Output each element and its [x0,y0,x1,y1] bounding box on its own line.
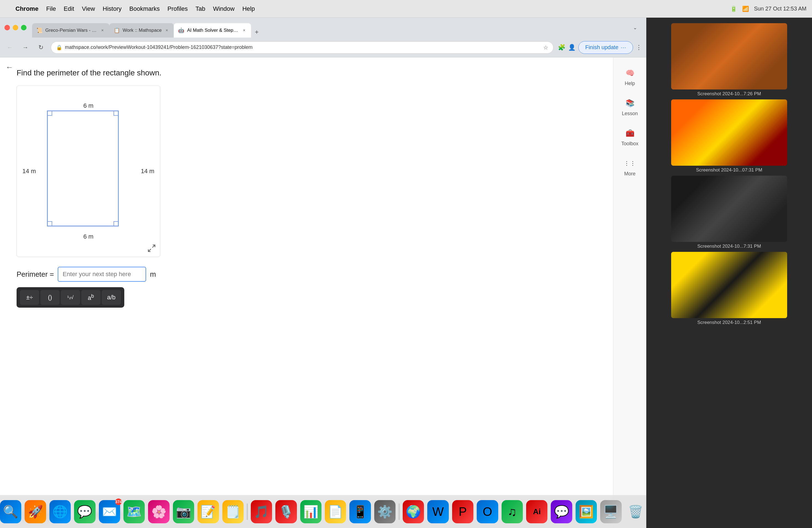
tab-greco[interactable]: 📜 Greco-Persian Wars - Ionian ... ✕ [32,23,110,38]
dock-maps[interactable]: 🗺️ [124,500,145,523]
profile-icon[interactable]: 👤 [568,44,576,51]
dock-mail[interactable]: ✉️ 374 [99,500,120,523]
minimize-button[interactable] [13,25,18,30]
dock-podcasts[interactable]: 🎙️ [275,500,296,523]
math-key-power[interactable]: ab [81,290,101,305]
input-row: Perimeter = m [17,267,602,282]
screenshot-4[interactable]: Screenshot 2024-10...2:51 PM [671,252,787,325]
corner-tr [114,111,118,116]
dock-photos[interactable]: 🌸 [148,500,169,523]
trash-icon: 🗑️ [628,504,643,519]
sidebar-item-toolbox[interactable]: 🧰 Toolbox [616,123,644,150]
tab-close-2[interactable]: ✕ [164,28,169,33]
tab-title-3: AI Math Solver & Step-by-St... [187,28,239,33]
dock-chrome[interactable]: 🌍 [403,500,424,523]
dock-music[interactable]: 🎵 [251,500,272,523]
sidebar-item-help[interactable]: 🧠 Help [616,63,644,90]
menu-history[interactable]: History [103,5,121,12]
tab-title-1: Greco-Persian Wars - Ionian ... [45,28,97,33]
dock-illustrator[interactable]: Ai [526,500,547,523]
dock-prefs[interactable]: ⚙️ [374,500,395,523]
dock-numbers[interactable]: 📊 [300,500,321,523]
screenshot-label-1: Screenshot 2024-10...7:26 PM [671,91,787,97]
menu-window[interactable]: Window [213,5,234,12]
finish-update-arrow: ⋯ [621,44,626,51]
screenshot-3[interactable]: Screenshot 2024-10...7:31 PM [671,176,787,249]
dock-preview[interactable]: 🖼️ [576,500,597,523]
refresh-button[interactable]: ↻ [35,42,46,53]
messages-icon: 💬 [77,504,92,519]
sidebar-label-more: More [624,171,636,177]
menu-profiles[interactable]: Profiles [168,5,188,12]
menu-view[interactable]: View [82,5,95,12]
tab-menu-icon[interactable]: ⌄ [633,25,637,31]
dock-powerpoint[interactable]: P [452,500,474,523]
screenshot-2[interactable]: Screenshot 2024-10...07:31 PM [671,99,787,173]
dim-bottom-label: 6 m [83,233,93,240]
dock-word[interactable]: W [427,500,449,523]
dock-safari[interactable]: 🌐 [49,500,71,523]
finish-update-button[interactable]: Finish update ⋯ [578,41,633,54]
help-icon: 🧠 [624,67,636,79]
close-button[interactable] [4,25,10,30]
expand-icon[interactable] [147,244,156,253]
dock-messages[interactable]: 💬 [74,500,95,523]
menu-help[interactable]: Help [242,5,255,12]
back-button[interactable]: ← [4,42,15,53]
dock-reminders[interactable]: 🗒️ [222,500,244,523]
math-key-sqrt[interactable]: ¹₂√ [61,290,80,305]
dock-trash[interactable]: 🗑️ [625,500,646,523]
dock-pages[interactable]: 📄 [325,500,346,523]
corner-bl [47,221,52,226]
step-input[interactable] [58,267,146,282]
dim-right-label: 14 m [141,167,155,175]
launchpad-icon: 🚀 [28,504,43,519]
tab-mathspace[interactable]: 📋 Work :: Mathspace ✕ [110,23,174,38]
safari-icon: 🌐 [53,504,68,519]
corner-tl [47,111,52,116]
dock-outlook[interactable]: Ο [477,500,498,523]
extensions-icon[interactable]: 🧩 [558,44,565,51]
dock-facetime[interactable]: 📷 [173,500,194,523]
math-key-parens[interactable]: () [40,290,60,305]
dock-discord[interactable]: 💬 [551,500,572,523]
tab-ai-math[interactable]: 🤖 AI Math Solver & Step-by-St... ✕ [174,23,251,38]
appstore-icon: 📱 [353,504,368,519]
menu-chrome[interactable]: Chrome [15,5,39,12]
url-bar[interactable]: 🔒 mathspace.co/work/PreviewWorkout-10439… [51,41,553,54]
screenshot-1[interactable]: Screenshot 2024-10...7:26 PM [671,23,787,97]
dock-appstore[interactable]: 📱 [349,500,371,523]
screenshot-thumb-4 [671,252,787,318]
tab-close-1[interactable]: ✕ [100,28,105,33]
math-key-fraction[interactable]: a/b [102,290,121,305]
menu-edit[interactable]: Edit [64,5,74,12]
menu-bookmarks[interactable]: Bookmarks [129,5,160,12]
sidebar-item-lesson[interactable]: 📚 Lesson [616,93,644,120]
dock-spotify[interactable]: ♫ [502,500,523,523]
unit-label: m [150,270,156,279]
rectangle-shape [47,111,119,226]
mail-icon: ✉️ [102,504,117,519]
perimeter-label: Perimeter = [17,270,54,279]
dock-imager[interactable]: 🖥️ [600,500,621,523]
music-icon: 🎵 [254,504,269,519]
dock-launchpad[interactable]: 🚀 [25,500,46,523]
more-menu-icon[interactable]: ⋮ [636,44,642,51]
page-back-button[interactable]: ← [5,63,13,72]
dock-notes[interactable]: 📝 [198,500,219,523]
secure-icon: 🔒 [56,44,62,50]
star-icon[interactable]: ☆ [543,44,548,51]
sidebar-item-more[interactable]: ⋮⋮ More [616,153,644,180]
screenshot-thumb-3 [671,176,787,242]
dock-finder[interactable]: 🔍 [0,500,21,523]
browser-content: ← Find the perimeter of the rectangle sh… [0,57,646,528]
math-keyboard: ±÷ () ¹₂√ ab a/b [17,287,124,308]
tabs-bar: 📜 Greco-Persian Wars - Ionian ... ✕ 📋 Wo… [32,18,625,38]
new-tab-button[interactable]: + [251,27,262,38]
fullscreen-button[interactable] [21,25,27,30]
menu-file[interactable]: File [46,5,56,12]
tab-close-3[interactable]: ✕ [242,28,247,33]
math-key-operations[interactable]: ±÷ [20,290,39,305]
menu-tab[interactable]: Tab [195,5,205,12]
forward-button[interactable]: → [20,42,31,53]
